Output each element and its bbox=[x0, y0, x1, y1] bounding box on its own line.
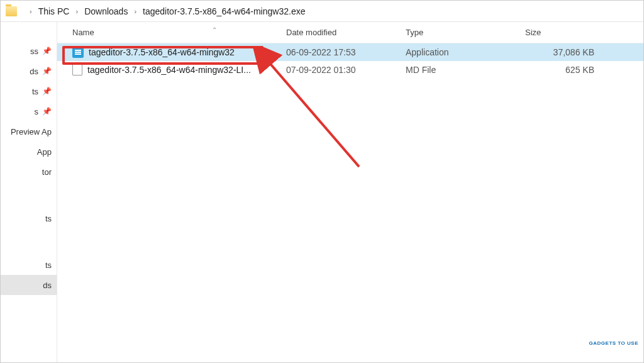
file-name-cell: tageditor-3.7.5-x86_64-w64-mingw32-LI... bbox=[72, 64, 286, 75]
column-header-name[interactable]: Name ⌃ bbox=[72, 28, 286, 37]
sidebar-item[interactable]: ts📌 bbox=[1, 81, 57, 101]
sidebar-item[interactable]: ts bbox=[1, 208, 57, 228]
pin-icon: 📌 bbox=[42, 107, 52, 116]
breadcrumb[interactable]: › This PC › Downloads › tageditor-3.7.5-… bbox=[1, 1, 643, 22]
sidebar-item[interactable]: App bbox=[1, 142, 57, 162]
sidebar-item[interactable]: ds📌 bbox=[1, 61, 57, 81]
file-name: tageditor-3.7.5-x86_64-w64-mingw32-LI... bbox=[87, 65, 251, 75]
folder-icon bbox=[6, 6, 17, 16]
breadcrumb-current[interactable]: tageditor-3.7.5-x86_64-w64-mingw32.exe bbox=[143, 6, 305, 16]
file-type: MD File bbox=[406, 65, 525, 75]
chevron-right-icon: › bbox=[134, 8, 136, 15]
sidebar-item[interactable]: ts bbox=[1, 255, 57, 275]
sort-indicator-icon: ⌃ bbox=[212, 26, 217, 33]
chevron-right-icon: › bbox=[30, 8, 32, 15]
file-size: 37,086 KB bbox=[525, 47, 619, 57]
sidebar-item[interactable]: ds bbox=[1, 275, 57, 295]
sidebar-item[interactable]: s📌 bbox=[1, 101, 57, 121]
file-row[interactable]: tageditor-3.7.5-x86_64-w64-mingw32-LI...… bbox=[57, 61, 643, 79]
file-modified: 07-09-2022 01:30 bbox=[286, 65, 406, 75]
file-size: 625 KB bbox=[525, 65, 619, 75]
pin-icon: 📌 bbox=[42, 47, 52, 55]
file-type: Application bbox=[406, 47, 525, 57]
column-headers: Name ⌃ Date modified Type Size bbox=[57, 22, 643, 43]
sidebar-item[interactable]: ss📌 bbox=[1, 41, 57, 61]
column-header-type[interactable]: Type bbox=[406, 28, 525, 37]
pin-icon: 📌 bbox=[42, 67, 52, 75]
file-modified: 06-09-2022 17:53 bbox=[286, 47, 406, 57]
watermark: GADGETS TO USE bbox=[589, 340, 638, 346]
sidebar: ss📌 ds📌 ts📌 s📌 Preview Ap App tor ts ts … bbox=[1, 22, 57, 362]
file-row[interactable]: tageditor-3.7.5-x86_64-w64-mingw32 06-09… bbox=[57, 43, 643, 61]
chevron-right-icon: › bbox=[75, 8, 78, 15]
file-name: tageditor-3.7.5-x86_64-w64-mingw32 bbox=[89, 47, 235, 57]
application-icon bbox=[72, 47, 84, 58]
sidebar-item[interactable]: tor bbox=[1, 162, 57, 182]
breadcrumb-downloads[interactable]: Downloads bbox=[84, 6, 128, 16]
document-icon bbox=[72, 64, 82, 75]
column-header-modified[interactable]: Date modified bbox=[286, 28, 406, 37]
column-header-size[interactable]: Size bbox=[525, 28, 619, 37]
pin-icon: 📌 bbox=[42, 87, 52, 96]
breadcrumb-this-pc[interactable]: This PC bbox=[38, 6, 70, 16]
file-list-pane: Name ⌃ Date modified Type Size tageditor… bbox=[57, 22, 643, 362]
sidebar-item[interactable]: Preview Ap bbox=[1, 121, 57, 142]
file-name-cell: tageditor-3.7.5-x86_64-w64-mingw32 bbox=[72, 47, 286, 58]
